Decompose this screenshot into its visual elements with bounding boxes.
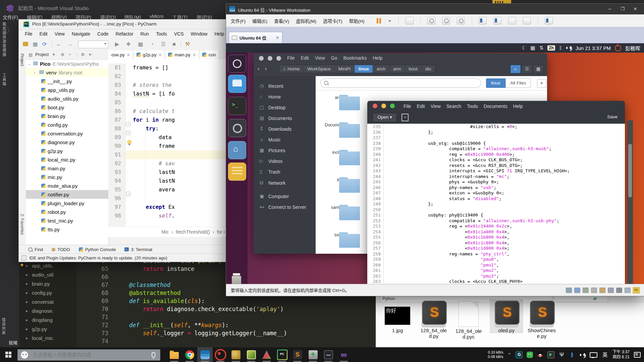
- bottom-breadcrumb-item[interactable]: fetchThreshold(): [176, 229, 210, 235]
- save-button[interactable]: Save: [607, 114, 618, 119]
- fold-expand-icon[interactable]: ▵: [126, 192, 130, 196]
- tree-file-app_utils.py[interactable]: app_utils.py: [26, 85, 108, 94]
- snapshot-manage-icon[interactable]: [457, 17, 465, 24]
- gedit-menu-item[interactable]: Help: [513, 104, 523, 109]
- tree-root[interactable]: ⌄Pico E:\WorkSpace\Pytho: [26, 59, 108, 68]
- vmware-menu-item[interactable]: 虚拟机(M): [296, 17, 316, 24]
- sublime-sidebar-item-g2p.py[interactable]: g2p.py: [19, 325, 76, 334]
- grid-view-icon[interactable]: ▦: [533, 65, 544, 73]
- sidebar-item-Connect to Server[interactable]: ⊷Connect to Server: [254, 203, 316, 212]
- vmware-menu-item[interactable]: 选项卡(T): [323, 17, 342, 24]
- browser-launcher-icon[interactable]: [228, 119, 246, 137]
- tree-file-mic.py[interactable]: mic.py: [26, 173, 108, 181]
- bottom-breadcrumb-item[interactable]: Mic: [162, 229, 169, 235]
- gedit-menu-item[interactable]: Search: [446, 104, 461, 109]
- sublime-sidebar-item-app_utils.[interactable]: app_utils.: [19, 262, 76, 270]
- show-library-icon[interactable]: [479, 17, 487, 24]
- vs-toolbox-tab[interactable]: 工具箱: [1, 73, 7, 86]
- language-indicator[interactable]: 英: [602, 352, 608, 358]
- maximize-icon[interactable]: [390, 104, 395, 108]
- nautilus-menu-item[interactable]: Help: [373, 55, 383, 61]
- tree-file-boot.py[interactable]: boot.py: [26, 103, 108, 112]
- vs-error-list-tab[interactable]: 错误列表: [1, 318, 6, 335]
- pycharm-menu-item[interactable]: Window: [191, 31, 208, 37]
- path-segment-Home[interactable]: ⌂Home: [279, 65, 304, 73]
- path-segment-linux[interactable]: linux: [355, 65, 373, 73]
- toolwindow-button-TODO[interactable]: TODO: [52, 247, 70, 252]
- camera-device-icon[interactable]: [616, 288, 622, 293]
- search-input[interactable]: [320, 78, 481, 88]
- ubuntu-desktop[interactable]: ☾ ▦ ⇅ Zh ᛒ Jun 21 3:37 PM 彭稚晖: [226, 43, 644, 284]
- notification-icon[interactable]: [21, 255, 26, 260]
- phone-cast-icon[interactable]: [547, 351, 554, 358]
- close-icon[interactable]: [373, 104, 377, 108]
- editor-tab-main.py[interactable]: main.py✕: [165, 50, 199, 59]
- intention-bulb-icon[interactable]: [127, 140, 131, 144]
- explorer-search-box[interactable]: [554, 296, 608, 302]
- sublime-sidebar-item-config.py[interactable]: config.py: [19, 289, 76, 297]
- pycharm-menu-item[interactable]: VCS: [174, 31, 184, 37]
- forward-icon[interactable]: →: [66, 41, 74, 48]
- vmware-menu-item[interactable]: 帮助(H): [349, 17, 365, 24]
- editor-bottom-breadcrumb[interactable]: Mic›fetchThreshold()›for i i: [108, 227, 227, 237]
- taskbar-app-visualstudio[interactable]: ∞: [336, 347, 352, 362]
- favorites-toolwindow-tab[interactable]: 2: Favorites: [20, 214, 24, 235]
- terminal-launcher-icon[interactable]: [228, 97, 246, 115]
- tree-file-tts.py[interactable]: tts.py: [26, 225, 108, 234]
- sidebar-item-Network[interactable]: ⊟Network: [254, 179, 316, 188]
- gedit-editor[interactable]: 2352362372382392402412422432442452462472…: [367, 124, 625, 284]
- tree-file-main.py[interactable]: main.py: [26, 164, 108, 173]
- favorites-star-icon[interactable]: ★: [20, 262, 24, 267]
- sound-device-icon[interactable]: [599, 288, 605, 293]
- path-segment-WorkSpace[interactable]: WorkSpace: [304, 65, 335, 73]
- g-app-icon[interactable]: G: [516, 351, 523, 358]
- folder-arch[interactable]: arch: [325, 95, 354, 100]
- show-thumbnail-bar-icon[interactable]: [493, 17, 501, 24]
- sync-icon[interactable]: ⟳: [41, 41, 48, 48]
- file-128_64_oled.py[interactable]: S128_64_oled.py: [417, 299, 450, 339]
- folder-lib[interactable]: lib: [325, 177, 354, 182]
- night-mode-icon[interactable]: ☾: [522, 45, 526, 51]
- vmware-menu-item[interactable]: 文件(F): [231, 17, 246, 24]
- tree-file-local_mic.py[interactable]: local_mic.py: [26, 155, 108, 164]
- mouse-device-icon[interactable]: [625, 288, 631, 293]
- close-button[interactable]: ✕: [629, 4, 642, 14]
- filter-current-folder[interactable]: linux: [486, 78, 505, 88]
- pycharm-menu-item[interactable]: Navigate: [72, 31, 90, 37]
- save-icon[interactable]: ▦: [32, 41, 39, 48]
- cdrom-device-icon[interactable]: [574, 288, 580, 293]
- calendar-icon[interactable]: ▦: [530, 45, 535, 51]
- file-128_64_oled.pyc[interactable]: 128_64_oled.pyc: [452, 299, 485, 340]
- usb-device-icon[interactable]: [608, 288, 614, 293]
- hide-panel-icon[interactable]: ⇤: [89, 52, 93, 57]
- sidebar-item-Pictures[interactable]: ▦Pictures: [254, 146, 316, 155]
- new-document-icon[interactable]: +: [401, 114, 409, 121]
- nautilus-menu-item[interactable]: Go: [331, 55, 337, 61]
- sidebar-item-Videos[interactable]: ▷Videos: [254, 157, 316, 166]
- toolwindow-button-Python Console[interactable]: Python Console: [79, 247, 116, 252]
- vm-display-scrollbar[interactable]: [627, 120, 633, 284]
- tree-file-diagnose.py[interactable]: diagnose.py: [26, 138, 108, 146]
- gedit-menu-item[interactable]: Tools: [467, 104, 478, 109]
- vs-back-icon[interactable]: ‹: [3, 27, 9, 33]
- pycharm-menu-item[interactable]: Run: [140, 31, 149, 37]
- network-adapter-icon[interactable]: [583, 288, 589, 293]
- sidebar-item-Desktop[interactable]: ▢Desktop: [254, 104, 316, 112]
- gedit-menu-item[interactable]: Documents: [484, 104, 507, 109]
- path-segment-arch[interactable]: arch: [373, 65, 389, 73]
- nautilus-menu-item[interactable]: Edit: [301, 55, 309, 61]
- sidebar-item-Computer[interactable]: ▣Computer: [254, 192, 316, 201]
- close-tab-icon[interactable]: ✕: [127, 53, 130, 57]
- ubuntu-clock[interactable]: Jun 21 3:37 PM: [576, 45, 611, 51]
- home-launcher-icon[interactable]: [228, 141, 246, 159]
- folder-Documentation[interactable]: Documentation: [325, 122, 354, 127]
- locate-icon[interactable]: ⊕: [61, 52, 64, 57]
- vmware-titlebar[interactable]: Ubuntu 64 位 - VMware Workstation ─ ❐ ✕: [226, 4, 644, 14]
- minimize-icon[interactable]: [268, 56, 272, 61]
- file-ShowChinese.py[interactable]: SShowChinese.py: [525, 299, 558, 339]
- gedit-header[interactable]: FileEditViewSearchToolsDocumentsHelp Ope…: [367, 101, 625, 124]
- status-message[interactable]: IDE and Plugin Updates: PyCharm is ready…: [29, 255, 167, 260]
- toolwindow-button-Find[interactable]: Find: [28, 247, 43, 252]
- editor-tab-g2p.py[interactable]: g2p.py✕: [133, 50, 165, 59]
- folder-tools[interactable]: tools: [325, 232, 354, 237]
